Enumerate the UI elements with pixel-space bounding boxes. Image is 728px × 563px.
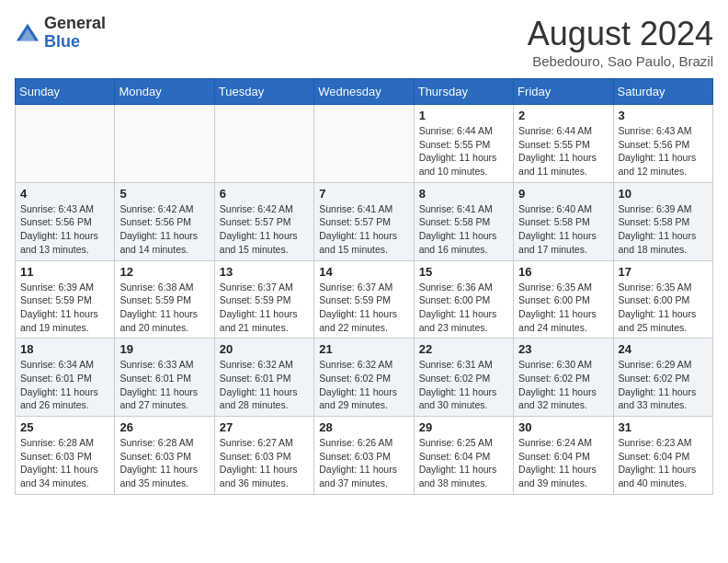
day-number: 31	[619, 420, 708, 434]
cell-text: Sunrise: 6:23 AM Sunset: 6:04 PM Dayligh…	[619, 436, 708, 490]
day-number: 8	[419, 187, 508, 201]
calendar-cell: 6Sunrise: 6:42 AM Sunset: 5:57 PM Daylig…	[214, 182, 313, 260]
calendar-cell: 15Sunrise: 6:36 AM Sunset: 6:00 PM Dayli…	[414, 260, 513, 339]
calendar-cell: 17Sunrise: 6:35 AM Sunset: 6:00 PM Dayli…	[613, 260, 712, 339]
calendar-cell: 23Sunrise: 6:30 AM Sunset: 6:02 PM Dayli…	[514, 339, 613, 417]
cell-text: Sunrise: 6:33 AM Sunset: 6:01 PM Dayligh…	[119, 358, 209, 412]
calendar-cell: 25Sunrise: 6:28 AM Sunset: 6:03 PM Dayli…	[16, 417, 115, 495]
day-number: 10	[619, 187, 708, 201]
day-number: 13	[220, 265, 309, 279]
month-year: August 2024	[528, 15, 713, 53]
day-number: 12	[119, 265, 209, 279]
calendar-week-row: 1Sunrise: 6:44 AM Sunset: 5:55 PM Daylig…	[16, 105, 713, 183]
logo-icon	[15, 20, 40, 46]
cell-text: Sunrise: 6:27 AM Sunset: 6:03 PM Dayligh…	[220, 436, 309, 490]
calendar-cell: 4Sunrise: 6:43 AM Sunset: 5:56 PM Daylig…	[16, 182, 115, 260]
calendar-week-row: 11Sunrise: 6:39 AM Sunset: 5:59 PM Dayli…	[16, 260, 713, 339]
day-number: 6	[220, 187, 309, 201]
cell-text: Sunrise: 6:42 AM Sunset: 5:56 PM Dayligh…	[119, 202, 209, 257]
day-number: 4	[20, 187, 109, 201]
cell-text: Sunrise: 6:35 AM Sunset: 6:00 PM Dayligh…	[518, 281, 608, 335]
calendar-cell: 13Sunrise: 6:37 AM Sunset: 5:59 PM Dayli…	[214, 260, 313, 339]
day-number: 26	[119, 420, 209, 434]
day-number: 30	[518, 420, 608, 434]
day-number: 14	[319, 265, 408, 279]
day-number: 5	[119, 187, 209, 201]
cell-text: Sunrise: 6:26 AM Sunset: 6:03 PM Dayligh…	[319, 436, 408, 490]
cell-text: Sunrise: 6:29 AM Sunset: 6:02 PM Dayligh…	[619, 358, 708, 412]
calendar-cell: 7Sunrise: 6:41 AM Sunset: 5:57 PM Daylig…	[314, 182, 414, 260]
logo-general: General	[44, 15, 106, 33]
cell-text: Sunrise: 6:35 AM Sunset: 6:00 PM Dayligh…	[619, 281, 708, 335]
cell-text: Sunrise: 6:31 AM Sunset: 6:02 PM Dayligh…	[419, 358, 508, 412]
day-number: 18	[20, 342, 109, 356]
calendar-cell: 30Sunrise: 6:24 AM Sunset: 6:04 PM Dayli…	[514, 417, 613, 495]
cell-text: Sunrise: 6:36 AM Sunset: 6:00 PM Dayligh…	[419, 281, 508, 335]
calendar-cell: 18Sunrise: 6:34 AM Sunset: 6:01 PM Dayli…	[16, 339, 115, 417]
location: Bebedouro, Sao Paulo, Brazil	[528, 53, 713, 69]
cell-text: Sunrise: 6:37 AM Sunset: 5:59 PM Dayligh…	[220, 281, 309, 335]
calendar-cell: 29Sunrise: 6:25 AM Sunset: 6:04 PM Dayli…	[414, 417, 513, 495]
cell-text: Sunrise: 6:24 AM Sunset: 6:04 PM Dayligh…	[518, 436, 608, 490]
cell-text: Sunrise: 6:30 AM Sunset: 6:02 PM Dayligh…	[518, 358, 608, 412]
calendar-header-row: SundayMondayTuesdayWednesdayThursdayFrid…	[16, 79, 713, 105]
logo: General Blue	[15, 15, 106, 52]
header-sunday: Sunday	[16, 79, 115, 105]
cell-text: Sunrise: 6:25 AM Sunset: 6:04 PM Dayligh…	[419, 436, 508, 490]
calendar-cell: 5Sunrise: 6:42 AM Sunset: 5:56 PM Daylig…	[115, 182, 214, 260]
day-number: 24	[619, 342, 708, 356]
day-number: 16	[518, 265, 608, 279]
calendar-cell: 24Sunrise: 6:29 AM Sunset: 6:02 PM Dayli…	[613, 339, 712, 417]
calendar-cell: 12Sunrise: 6:38 AM Sunset: 5:59 PM Dayli…	[115, 260, 214, 339]
day-number: 1	[419, 109, 508, 122]
cell-text: Sunrise: 6:44 AM Sunset: 5:55 PM Dayligh…	[419, 124, 508, 178]
calendar-cell: 3Sunrise: 6:43 AM Sunset: 5:56 PM Daylig…	[613, 105, 712, 183]
day-number: 2	[518, 109, 608, 122]
page-header: General Blue August 2024 Bebedouro, Sao …	[15, 15, 713, 69]
calendar-cell: 21Sunrise: 6:32 AM Sunset: 6:02 PM Dayli…	[314, 339, 414, 417]
title-block: August 2024 Bebedouro, Sao Paulo, Brazil	[528, 15, 713, 69]
header-monday: Monday	[115, 79, 214, 105]
day-number: 20	[220, 342, 309, 356]
calendar-cell: 20Sunrise: 6:32 AM Sunset: 6:01 PM Dayli…	[214, 339, 313, 417]
cell-text: Sunrise: 6:38 AM Sunset: 5:59 PM Dayligh…	[119, 281, 209, 335]
day-number: 3	[619, 109, 708, 122]
cell-text: Sunrise: 6:40 AM Sunset: 5:58 PM Dayligh…	[518, 202, 608, 257]
cell-text: Sunrise: 6:34 AM Sunset: 6:01 PM Dayligh…	[20, 358, 109, 412]
day-number: 25	[20, 420, 109, 434]
cell-text: Sunrise: 6:32 AM Sunset: 6:01 PM Dayligh…	[220, 358, 309, 412]
header-thursday: Thursday	[414, 79, 513, 105]
calendar-cell	[214, 105, 313, 183]
calendar-week-row: 4Sunrise: 6:43 AM Sunset: 5:56 PM Daylig…	[16, 182, 713, 260]
header-friday: Friday	[514, 79, 613, 105]
calendar-cell: 10Sunrise: 6:39 AM Sunset: 5:58 PM Dayli…	[613, 182, 712, 260]
calendar-cell: 1Sunrise: 6:44 AM Sunset: 5:55 PM Daylig…	[414, 105, 513, 183]
calendar-cell: 9Sunrise: 6:40 AM Sunset: 5:58 PM Daylig…	[514, 182, 613, 260]
cell-text: Sunrise: 6:28 AM Sunset: 6:03 PM Dayligh…	[20, 436, 109, 490]
cell-text: Sunrise: 6:39 AM Sunset: 5:58 PM Dayligh…	[619, 202, 708, 257]
calendar-cell: 22Sunrise: 6:31 AM Sunset: 6:02 PM Dayli…	[414, 339, 513, 417]
calendar-cell: 2Sunrise: 6:44 AM Sunset: 5:55 PM Daylig…	[514, 105, 613, 183]
day-number: 29	[419, 420, 508, 434]
calendar-cell	[115, 105, 214, 183]
cell-text: Sunrise: 6:37 AM Sunset: 5:59 PM Dayligh…	[319, 281, 408, 335]
day-number: 27	[220, 420, 309, 434]
day-number: 11	[20, 265, 109, 279]
day-number: 23	[518, 342, 608, 356]
cell-text: Sunrise: 6:41 AM Sunset: 5:58 PM Dayligh…	[419, 202, 508, 257]
cell-text: Sunrise: 6:43 AM Sunset: 5:56 PM Dayligh…	[619, 124, 708, 178]
cell-text: Sunrise: 6:28 AM Sunset: 6:03 PM Dayligh…	[119, 436, 209, 490]
calendar-week-row: 25Sunrise: 6:28 AM Sunset: 6:03 PM Dayli…	[16, 417, 713, 495]
calendar-cell	[314, 105, 414, 183]
cell-text: Sunrise: 6:44 AM Sunset: 5:55 PM Dayligh…	[518, 124, 608, 178]
day-number: 22	[419, 342, 508, 356]
calendar-cell: 16Sunrise: 6:35 AM Sunset: 6:00 PM Dayli…	[514, 260, 613, 339]
calendar-cell	[16, 105, 115, 183]
calendar-cell: 27Sunrise: 6:27 AM Sunset: 6:03 PM Dayli…	[214, 417, 313, 495]
calendar-cell: 26Sunrise: 6:28 AM Sunset: 6:03 PM Dayli…	[115, 417, 214, 495]
calendar-cell: 31Sunrise: 6:23 AM Sunset: 6:04 PM Dayli…	[613, 417, 712, 495]
header-saturday: Saturday	[613, 79, 712, 105]
day-number: 7	[319, 187, 408, 201]
header-tuesday: Tuesday	[214, 79, 313, 105]
calendar-table: SundayMondayTuesdayWednesdayThursdayFrid…	[15, 78, 713, 495]
